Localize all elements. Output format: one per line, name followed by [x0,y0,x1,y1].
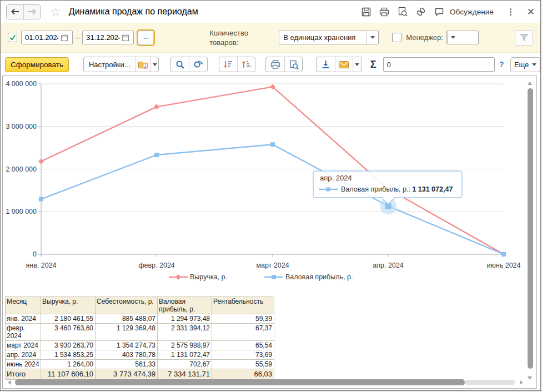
column-header[interactable]: Себестоимость, р. [96,297,158,314]
settings-button[interactable]: Настройки... [84,57,136,72]
value-cell[interactable]: 1 294 973,48 [158,314,212,324]
total-label-cell[interactable]: Итого [6,369,41,380]
column-header[interactable]: Рентабельность [212,297,274,314]
total-value-cell[interactable]: 66,03 [212,369,274,380]
value-cell[interactable]: 67,37 [212,324,274,341]
speech-bubble-icon [434,6,445,17]
calendar-icon[interactable] [119,31,132,44]
vscroll-up-arrow[interactable] [528,82,532,85]
svg-text:апр. 2024: апр. 2024 [320,174,352,182]
send-email-button[interactable] [335,57,353,72]
column-header[interactable]: Месяц [6,297,41,314]
month-cell[interactable]: март 2024 [6,341,41,350]
choose-period-button[interactable]: ... [138,31,154,45]
settings-group: Настройки... [83,57,159,72]
get-link-icon-button[interactable] [414,6,428,18]
period-range-dash: – [76,33,79,42]
chart-series[interactable] [38,84,506,257]
value-cell[interactable]: 2 575 988,97 [158,341,212,350]
hscroll-thumb[interactable] [15,379,465,385]
favorite-star-icon[interactable]: ☆ [51,6,61,18]
variants-dropdown-button[interactable] [150,57,158,72]
month-cell[interactable]: апр. 2024 [6,350,41,360]
close-button[interactable]: ✕ [527,7,535,17]
discussion-icon-button[interactable] [433,6,446,18]
value-cell[interactable]: 65,54 [212,341,274,350]
total-value-cell[interactable]: 7 334 131,71 [158,369,212,380]
hscroll-right-arrow[interactable] [520,380,523,385]
vscroll-thumb[interactable] [528,88,533,369]
back-button[interactable] [7,5,23,19]
more-button[interactable]: Еще [510,57,540,72]
chart-series[interactable] [39,142,506,257]
calendar-icon[interactable] [58,31,71,44]
value-cell[interactable]: 2 331 394,12 [158,324,212,341]
kebab-menu-button[interactable] [506,6,515,17]
print-preview-icon [288,59,299,70]
manager-dropdown-button[interactable] [447,31,459,44]
sigma-symbol: Σ [370,59,377,71]
filter-funnel-button[interactable] [515,30,533,46]
value-cell[interactable]: 59,39 [212,314,274,324]
value-cell[interactable]: 1 354 274,73 [96,341,158,350]
sort-ascending-button[interactable] [237,57,255,72]
print-preview-button[interactable] [284,57,302,72]
generate-button[interactable]: Сформировать [5,57,69,72]
hscroll-left-arrow[interactable] [8,380,11,385]
period-from-input[interactable] [22,33,58,42]
value-cell[interactable]: 73,69 [212,350,274,360]
sum-input[interactable] [383,57,495,72]
report-area: 01 000 0002 000 0003 000 0004 000 000янв… [2,76,537,389]
period-to-input[interactable] [83,33,119,42]
report-variants-button[interactable] [136,57,151,72]
units-select[interactable]: В единицах хранения [279,31,379,44]
value-cell[interactable]: 702,67 [158,360,212,369]
sort-descending-button[interactable] [219,57,237,72]
print-icon-button[interactable] [378,6,391,18]
units-dropdown-button[interactable] [367,31,378,44]
help-link[interactable]: ? [499,60,504,69]
save-file-button[interactable] [317,57,334,72]
sort-asc-icon [241,59,252,69]
manager-select[interactable] [446,31,479,44]
month-cell[interactable]: янв. 2024 [6,314,41,324]
value-cell[interactable]: 2 180 461,55 [41,314,96,324]
value-cell[interactable]: 1 131 072,47 [158,350,212,360]
table-header-row: МесяцВыручка, р.Себестоимость, р.Валовая… [6,297,274,314]
print-button[interactable] [266,57,284,72]
column-header[interactable]: Выручка, р. [41,297,96,314]
month-cell[interactable]: февр. 2024 [6,324,41,341]
column-header[interactable]: Валовая прибыль, р. [158,297,212,314]
print-preview-icon-button[interactable] [396,6,409,18]
email-dropdown-button[interactable] [353,57,362,72]
value-cell[interactable]: 403 780,78 [96,350,158,360]
search-next-button[interactable] [189,57,207,72]
svg-text:4 000 000: 4 000 000 [6,80,37,88]
value-cell[interactable]: 3 460 763,60 [41,324,96,341]
month-cell[interactable]: июнь 2024 [6,360,41,369]
total-value-cell[interactable]: 3 773 474,39 [96,369,158,380]
manager-checkbox[interactable] [392,33,402,42]
value-cell[interactable]: 561,33 [96,360,158,369]
value-cell[interactable]: 55,59 [212,360,274,369]
value-cell[interactable]: 1 264,00 [41,360,96,369]
svg-text:0: 0 [33,250,37,258]
save-icon-button[interactable] [359,6,373,18]
forward-button[interactable] [23,5,40,19]
sort-group [219,57,256,72]
discussion-label[interactable]: Обсуждение [450,8,494,16]
value-cell[interactable]: 3 930 263,70 [41,341,96,350]
value-cell[interactable]: 1 534 853,25 [41,350,96,360]
period-checkbox[interactable] [8,33,17,42]
vscroll-down-arrow[interactable] [528,376,532,380]
total-value-cell[interactable]: 11 107 606,10 [41,369,96,380]
sales-chart[interactable]: 01 000 0002 000 0003 000 0004 000 000янв… [3,76,536,295]
value-cell[interactable]: 885 488,07 [96,314,158,324]
search-button[interactable] [171,57,189,72]
report-variant-icon [138,59,149,69]
table-row: март 20243 930 263,701 354 274,732 575 9… [6,341,274,350]
hscroll-track[interactable] [465,380,515,385]
value-cell[interactable]: 1 129 369,48 [96,324,158,341]
floppy-icon [361,7,372,17]
report-table[interactable]: МесяцВыручка, р.Себестоимость, р.Валовая… [5,296,274,380]
